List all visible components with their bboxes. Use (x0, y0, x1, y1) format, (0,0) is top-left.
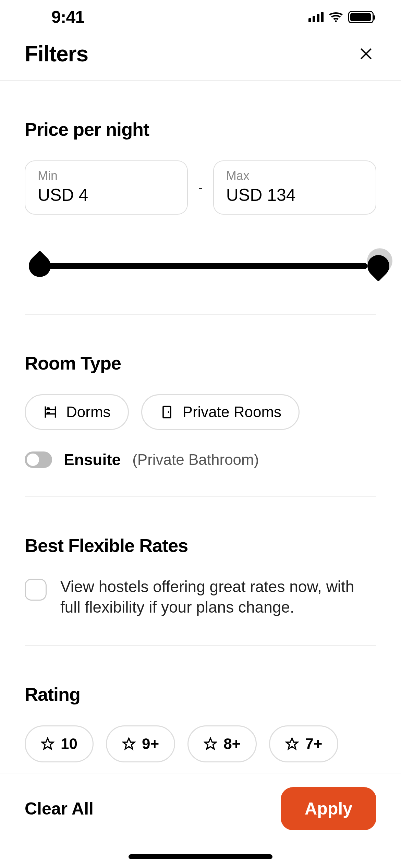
ensuite-sublabel: (Private Bathroom) (132, 451, 259, 468)
rating-chip-9[interactable]: 9+ (106, 725, 175, 762)
price-range-slider[interactable] (25, 245, 376, 287)
flexible-rates-description: View hostels offering great rates now, w… (60, 577, 376, 618)
flexible-rates-checkbox[interactable] (25, 579, 47, 601)
close-button[interactable] (356, 44, 376, 64)
door-icon (159, 405, 174, 420)
slider-thumb-min[interactable] (24, 251, 56, 282)
status-icons (308, 10, 377, 25)
filters-footer: Clear All Apply (0, 773, 401, 868)
svg-point-10 (168, 411, 169, 413)
price-separator: - (198, 180, 203, 195)
price-min-input[interactable]: Min USD 4 (25, 160, 188, 215)
star-icon (122, 737, 136, 751)
battery-icon (348, 11, 374, 23)
price-title: Price per night (25, 119, 376, 140)
price-max-input[interactable]: Max USD 134 (213, 160, 376, 215)
filters-header: Filters (0, 34, 401, 81)
svg-marker-13 (205, 738, 216, 749)
home-indicator[interactable] (129, 854, 272, 859)
price-min-value: USD 4 (38, 185, 175, 205)
svg-marker-11 (42, 738, 53, 749)
rating-label: 10 (61, 735, 77, 752)
flexible-rates-section: Best Flexible Rates View hostels offerin… (25, 497, 376, 646)
price-max-value: USD 134 (226, 185, 363, 205)
status-bar: 9:41 (0, 0, 401, 34)
ensuite-toggle[interactable] (25, 451, 52, 468)
slider-range (35, 263, 367, 269)
filters-content: Price per night Min USD 4 - Max USD 134 (0, 81, 401, 868)
rating-label: 9+ (142, 735, 159, 752)
svg-rect-8 (47, 412, 50, 414)
flexible-rates-title: Best Flexible Rates (25, 535, 376, 556)
ensuite-label: Ensuite (64, 450, 121, 469)
rating-label: 7+ (305, 735, 322, 752)
svg-rect-9 (163, 407, 171, 418)
star-icon (204, 737, 217, 751)
bunk-bed-icon (43, 405, 58, 420)
price-max-label: Max (226, 169, 363, 183)
chip-label: Dorms (66, 403, 111, 421)
star-icon (41, 737, 54, 751)
toggle-knob (27, 454, 39, 466)
room-type-title: Room Type (25, 352, 376, 374)
status-time: 9:41 (24, 7, 84, 27)
room-type-section: Room Type Dorms (25, 315, 376, 497)
room-type-chip-private[interactable]: Private Rooms (141, 394, 300, 430)
svg-point-0 (335, 20, 337, 22)
close-icon (359, 46, 374, 61)
page-title: Filters (25, 41, 88, 67)
cellular-signal-icon (308, 12, 324, 22)
price-min-label: Min (38, 169, 175, 183)
star-icon (285, 737, 299, 751)
rating-chip-8[interactable]: 8+ (187, 725, 257, 762)
svg-rect-7 (47, 407, 50, 409)
apply-button[interactable]: Apply (281, 787, 376, 830)
clear-all-button[interactable]: Clear All (25, 799, 94, 819)
chip-label: Private Rooms (183, 403, 282, 421)
svg-marker-14 (287, 738, 298, 749)
rating-label: 8+ (223, 735, 241, 752)
rating-chip-7[interactable]: 7+ (269, 725, 338, 762)
price-section: Price per night Min USD 4 - Max USD 134 (25, 81, 376, 315)
rating-title: Rating (25, 684, 376, 705)
rating-chip-10[interactable]: 10 (25, 725, 94, 762)
room-type-chip-dorms[interactable]: Dorms (25, 394, 129, 430)
wifi-icon (328, 10, 343, 25)
svg-marker-12 (123, 738, 134, 749)
